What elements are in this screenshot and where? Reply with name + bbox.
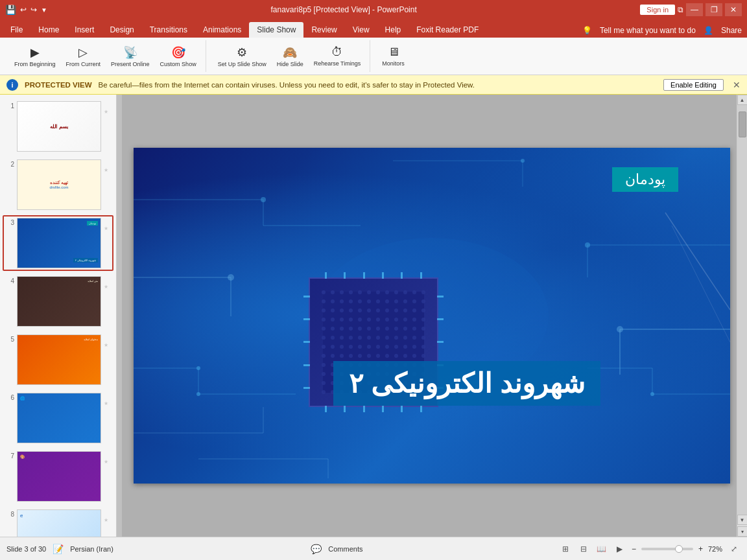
slide-thumb-2: تهیه کننده drsfile.com: [17, 159, 101, 210]
close-button[interactable]: ✕: [725, 3, 742, 16]
star-8: ★: [104, 509, 108, 523]
slide-item-7[interactable]: 7 🎨 ★: [3, 449, 113, 504]
slide-num-6: 6: [5, 393, 14, 401]
svg-line-25: [672, 226, 730, 342]
star-7: ★: [104, 451, 108, 465]
scroll-track: [737, 105, 747, 515]
slide-thumb-6: 🌐: [17, 393, 101, 443]
svg-point-16: [585, 242, 590, 248]
slide-badge: پودمان: [612, 167, 678, 192]
protected-close-icon[interactable]: ✕: [733, 80, 741, 90]
tab-file[interactable]: File: [3, 22, 30, 38]
slide-thumb-8: e: [17, 509, 101, 537]
hide-slide-btn[interactable]: 🙈 Hide Slide: [273, 43, 307, 70]
status-right: ⊞ ⊟ 📖 ▶ − + 72% ⤢: [559, 542, 741, 555]
scroll-up-button[interactable]: ▲: [737, 95, 748, 105]
scroll-thumb[interactable]: [739, 111, 746, 137]
left-scroll: [117, 95, 122, 537]
zoom-thumb[interactable]: [675, 545, 683, 553]
slide-num-7: 7: [5, 451, 14, 460]
main-area: 1 بسم الله ★ 2 تهیه کننده drsfile.com ★ …: [0, 95, 747, 537]
slide-item-2[interactable]: 2 تهیه کننده drsfile.com ★: [3, 157, 113, 213]
slide-canvas: پودمان شهروند الکترونیکی ۲: [134, 148, 730, 484]
slide-notes-icon[interactable]: 📝: [51, 542, 65, 555]
tab-design[interactable]: Design: [102, 22, 141, 38]
slideshow-view-btn[interactable]: ▶: [613, 542, 626, 555]
present-online-btn[interactable]: 📡 Present Online: [107, 43, 154, 70]
protected-message: Be careful—files from the Internet can c…: [99, 81, 658, 89]
thumb-badge-3: پودمان: [87, 221, 98, 226]
tell-me-text[interactable]: Tell me what you want to do: [600, 26, 696, 35]
save-icon[interactable]: 💾: [5, 5, 16, 15]
scroll-down-button[interactable]: ▼: [737, 515, 748, 525]
tab-view[interactable]: View: [345, 22, 377, 38]
share-label[interactable]: Share: [721, 26, 742, 35]
star-4: ★: [104, 276, 108, 290]
undo-icon[interactable]: ↩: [20, 5, 27, 14]
tab-transitions[interactable]: Transitions: [142, 22, 195, 38]
slide-num-4: 4: [5, 276, 14, 285]
lightbulb-icon: 💡: [582, 26, 592, 35]
comments-icon[interactable]: 💬: [309, 542, 323, 555]
titlebar-left: 💾 ↩ ↪ ▼: [5, 5, 47, 15]
redo-icon[interactable]: ↪: [30, 5, 37, 14]
slide-num-5: 5: [5, 334, 14, 343]
hide-icon: 🙈: [283, 45, 297, 60]
slide-sorter-btn[interactable]: ⊟: [577, 542, 590, 555]
slide-info: Slide 3 of 30: [6, 545, 46, 553]
customize-icon[interactable]: ▼: [41, 6, 47, 14]
scroll-bottom-button[interactable]: ▾: [737, 526, 748, 537]
slide-panel[interactable]: 1 بسم الله ★ 2 تهیه کننده drsfile.com ★ …: [0, 95, 117, 537]
svg-point-23: [650, 392, 654, 396]
slide-thumb-7: 🎨: [17, 451, 101, 502]
slide-item-6[interactable]: 6 🌐 ★: [3, 390, 113, 446]
protected-label: PROTECTED VIEW: [25, 81, 92, 89]
comments-label: Comments: [328, 545, 362, 553]
zoom-in-icon[interactable]: +: [698, 544, 703, 554]
custom-show-btn[interactable]: 🎯 Custom Show: [156, 43, 200, 70]
titlebar: 💾 ↩ ↪ ▼ fanavari8p5 [Protected View] - P…: [0, 0, 747, 19]
svg-point-28: [521, 159, 525, 163]
canvas-area: پودمان شهروند الکترونیکی ۲ ▲ ▼ ▾: [117, 95, 747, 537]
tab-review[interactable]: Review: [303, 22, 344, 38]
slide-thumb-4: متن اسلاید: [17, 276, 101, 327]
minimize-button[interactable]: —: [686, 3, 703, 16]
tab-slideshow[interactable]: Slide Show: [249, 22, 303, 38]
slide-item-5[interactable]: 5 محتوای اسلاید ★: [3, 332, 113, 388]
sign-in-button[interactable]: Sign in: [640, 5, 675, 15]
monitors-btn[interactable]: 🖥 Monitors: [378, 43, 409, 69]
slide-thumb-5: محتوای اسلاید: [17, 334, 101, 385]
play-icon: ▶: [30, 45, 40, 60]
svg-point-11: [196, 392, 200, 396]
tab-animations[interactable]: Animations: [195, 22, 249, 38]
slide-num-1: 1: [5, 101, 14, 110]
rehearse-btn[interactable]: ⏱ Rehearse Timings: [310, 43, 365, 69]
tab-help[interactable]: Help: [377, 22, 409, 38]
svg-point-3: [261, 197, 266, 202]
right-scrollbar[interactable]: ▲ ▼ ▾: [737, 95, 747, 537]
tab-home[interactable]: Home: [30, 22, 67, 38]
zoom-out-icon[interactable]: −: [632, 544, 636, 554]
zoom-slider[interactable]: [641, 548, 693, 550]
reading-view-btn[interactable]: 📖: [595, 542, 608, 555]
from-beginning-btn[interactable]: ▶ From Beginning: [10, 43, 60, 70]
maximize-button[interactable]: ❐: [706, 3, 722, 16]
slide-title: شهروند الکترونیکی ۲: [333, 361, 600, 406]
slide-item-3[interactable]: 3 پودمان شهروند الکترونیکی ۲ ★: [3, 215, 113, 271]
slide-item-1[interactable]: 1 بسم الله ★: [3, 99, 113, 154]
star-6: ★: [104, 393, 108, 406]
ribbon-toolbar: ▶ From Beginning ▷ From Current 📡 Presen…: [0, 38, 747, 75]
svg-point-19: [617, 326, 623, 332]
slide-item-8[interactable]: 8 e ★: [3, 507, 113, 537]
fit-slide-btn[interactable]: ⤢: [728, 542, 741, 555]
normal-view-btn[interactable]: ⊞: [559, 542, 572, 555]
tab-insert[interactable]: Insert: [67, 22, 102, 38]
restore-down-icon[interactable]: ⧉: [678, 5, 683, 14]
setup-btn[interactable]: ⚙ Set Up Slide Show: [214, 43, 270, 70]
tab-foxit[interactable]: Foxit Reader PDF: [409, 22, 486, 38]
enable-editing-button[interactable]: Enable Editing: [663, 79, 724, 91]
from-current-btn[interactable]: ▷ From Current: [62, 43, 105, 70]
setup-icon: ⚙: [237, 45, 247, 60]
slide-item-4[interactable]: 4 متن اسلاید ★: [3, 274, 113, 329]
status-left: Slide 3 of 30 📝 Persian (Iran): [6, 542, 113, 555]
